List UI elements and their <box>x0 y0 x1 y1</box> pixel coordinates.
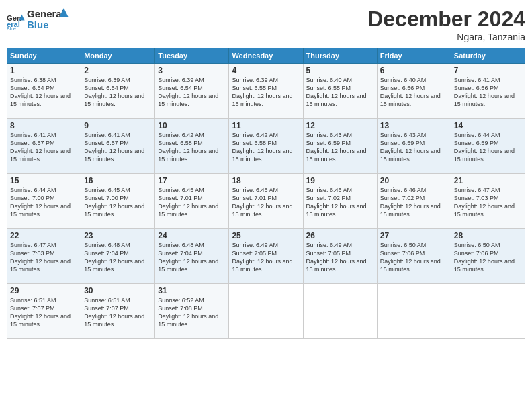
day-info: Sunrise: 6:50 AMSunset: 7:06 PMDaylight:… <box>380 241 448 274</box>
day-number: 7 <box>454 66 522 75</box>
calendar-cell <box>303 284 377 339</box>
day-info: Sunrise: 6:52 AMSunset: 7:08 PMDaylight:… <box>158 296 226 329</box>
day-number: 1 <box>10 66 78 75</box>
day-info: Sunrise: 6:47 AMSunset: 7:03 PMDaylight:… <box>10 241 78 274</box>
day-info: Sunrise: 6:44 AMSunset: 7:00 PMDaylight:… <box>10 186 78 219</box>
col-friday: Friday <box>377 48 451 64</box>
day-number: 15 <box>10 176 78 185</box>
calendar-cell: 15Sunrise: 6:44 AMSunset: 7:00 PMDayligh… <box>7 174 81 229</box>
day-info: Sunrise: 6:41 AMSunset: 6:56 PMDaylight:… <box>454 76 522 109</box>
day-number: 13 <box>380 121 448 130</box>
col-wednesday: Wednesday <box>229 48 303 64</box>
calendar-cell: 28Sunrise: 6:50 AMSunset: 7:06 PMDayligh… <box>451 229 525 284</box>
main-title: December 2024 <box>367 7 525 32</box>
page-header: Gen eral Blue General Blue December 2024… <box>7 7 525 42</box>
day-number: 14 <box>454 121 522 130</box>
calendar-cell: 29Sunrise: 6:51 AMSunset: 7:07 PMDayligh… <box>7 284 81 339</box>
day-number: 12 <box>306 121 374 130</box>
svg-text:General: General <box>27 8 64 19</box>
day-number: 31 <box>158 286 226 295</box>
col-tuesday: Tuesday <box>155 48 229 64</box>
day-info: Sunrise: 6:49 AMSunset: 7:05 PMDaylight:… <box>306 241 374 274</box>
calendar-cell: 21Sunrise: 6:47 AMSunset: 7:03 PMDayligh… <box>451 174 525 229</box>
calendar-header-row: Sunday Monday Tuesday Wednesday Thursday… <box>7 48 525 64</box>
day-info: Sunrise: 6:38 AMSunset: 6:54 PMDaylight:… <box>10 76 78 109</box>
calendar-cell: 14Sunrise: 6:44 AMSunset: 6:59 PMDayligh… <box>451 119 525 174</box>
day-number: 3 <box>158 66 226 75</box>
calendar-cell: 31Sunrise: 6:52 AMSunset: 7:08 PMDayligh… <box>155 284 229 339</box>
title-area: December 2024 Ngara, Tanzania <box>367 7 525 42</box>
calendar-week-row: 15Sunrise: 6:44 AMSunset: 7:00 PMDayligh… <box>7 174 525 229</box>
calendar-cell: 26Sunrise: 6:49 AMSunset: 7:05 PMDayligh… <box>303 229 377 284</box>
col-monday: Monday <box>81 48 155 64</box>
calendar-cell: 5Sunrise: 6:40 AMSunset: 6:55 PMDaylight… <box>303 64 377 119</box>
day-number: 28 <box>454 231 522 240</box>
calendar-cell <box>451 284 525 339</box>
day-number: 4 <box>232 66 300 75</box>
day-info: Sunrise: 6:40 AMSunset: 6:55 PMDaylight:… <box>306 76 374 109</box>
calendar-cell: 22Sunrise: 6:47 AMSunset: 7:03 PMDayligh… <box>7 229 81 284</box>
calendar-cell <box>377 284 451 339</box>
logo-icon: Gen eral Blue <box>7 12 26 31</box>
day-info: Sunrise: 6:42 AMSunset: 6:58 PMDaylight:… <box>232 131 300 164</box>
day-info: Sunrise: 6:43 AMSunset: 6:59 PMDaylight:… <box>306 131 374 164</box>
day-info: Sunrise: 6:51 AMSunset: 7:07 PMDaylight:… <box>10 296 78 329</box>
day-number: 16 <box>84 176 152 185</box>
logo-general: General Blue <box>27 7 74 36</box>
day-info: Sunrise: 6:45 AMSunset: 7:01 PMDaylight:… <box>158 186 226 219</box>
day-info: Sunrise: 6:46 AMSunset: 7:02 PMDaylight:… <box>306 186 374 219</box>
calendar-cell: 6Sunrise: 6:40 AMSunset: 6:56 PMDaylight… <box>377 64 451 119</box>
calendar-week-row: 29Sunrise: 6:51 AMSunset: 7:07 PMDayligh… <box>7 284 525 339</box>
day-number: 10 <box>158 121 226 130</box>
calendar-cell: 25Sunrise: 6:49 AMSunset: 7:05 PMDayligh… <box>229 229 303 284</box>
calendar-cell: 24Sunrise: 6:48 AMSunset: 7:04 PMDayligh… <box>155 229 229 284</box>
day-number: 25 <box>232 231 300 240</box>
day-info: Sunrise: 6:43 AMSunset: 6:59 PMDaylight:… <box>380 131 448 164</box>
day-number: 9 <box>84 121 152 130</box>
day-number: 30 <box>84 286 152 295</box>
day-number: 29 <box>10 286 78 295</box>
calendar-cell: 12Sunrise: 6:43 AMSunset: 6:59 PMDayligh… <box>303 119 377 174</box>
day-info: Sunrise: 6:39 AMSunset: 6:54 PMDaylight:… <box>84 76 152 109</box>
calendar-cell: 18Sunrise: 6:45 AMSunset: 7:01 PMDayligh… <box>229 174 303 229</box>
calendar-cell: 27Sunrise: 6:50 AMSunset: 7:06 PMDayligh… <box>377 229 451 284</box>
day-info: Sunrise: 6:45 AMSunset: 7:01 PMDaylight:… <box>232 186 300 219</box>
subtitle: Ngara, Tanzania <box>367 32 525 42</box>
day-info: Sunrise: 6:44 AMSunset: 6:59 PMDaylight:… <box>454 131 522 164</box>
calendar-week-row: 8Sunrise: 6:41 AMSunset: 6:57 PMDaylight… <box>7 119 525 174</box>
day-number: 5 <box>306 66 374 75</box>
day-number: 6 <box>380 66 448 75</box>
day-info: Sunrise: 6:39 AMSunset: 6:54 PMDaylight:… <box>158 76 226 109</box>
day-info: Sunrise: 6:42 AMSunset: 6:58 PMDaylight:… <box>158 131 226 164</box>
day-number: 8 <box>10 121 78 130</box>
logo: Gen eral Blue General Blue <box>7 7 74 36</box>
day-number: 24 <box>158 231 226 240</box>
calendar-cell: 4Sunrise: 6:39 AMSunset: 6:55 PMDaylight… <box>229 64 303 119</box>
col-saturday: Saturday <box>451 48 525 64</box>
calendar-cell: 13Sunrise: 6:43 AMSunset: 6:59 PMDayligh… <box>377 119 451 174</box>
calendar-cell: 3Sunrise: 6:39 AMSunset: 6:54 PMDaylight… <box>155 64 229 119</box>
day-number: 23 <box>84 231 152 240</box>
day-number: 11 <box>232 121 300 130</box>
calendar-cell: 1Sunrise: 6:38 AMSunset: 6:54 PMDaylight… <box>7 64 81 119</box>
day-number: 17 <box>158 176 226 185</box>
day-info: Sunrise: 6:39 AMSunset: 6:55 PMDaylight:… <box>232 76 300 109</box>
day-info: Sunrise: 6:49 AMSunset: 7:05 PMDaylight:… <box>232 241 300 274</box>
day-info: Sunrise: 6:40 AMSunset: 6:56 PMDaylight:… <box>380 76 448 109</box>
col-sunday: Sunday <box>7 48 81 64</box>
calendar-cell: 2Sunrise: 6:39 AMSunset: 6:54 PMDaylight… <box>81 64 155 119</box>
day-number: 22 <box>10 231 78 240</box>
day-info: Sunrise: 6:48 AMSunset: 7:04 PMDaylight:… <box>158 241 226 274</box>
svg-text:Blue: Blue <box>27 19 49 30</box>
calendar-cell: 19Sunrise: 6:46 AMSunset: 7:02 PMDayligh… <box>303 174 377 229</box>
day-info: Sunrise: 6:48 AMSunset: 7:04 PMDaylight:… <box>84 241 152 274</box>
calendar-cell: 20Sunrise: 6:46 AMSunset: 7:02 PMDayligh… <box>377 174 451 229</box>
day-info: Sunrise: 6:51 AMSunset: 7:07 PMDaylight:… <box>84 296 152 329</box>
day-number: 27 <box>380 231 448 240</box>
day-info: Sunrise: 6:50 AMSunset: 7:06 PMDaylight:… <box>454 241 522 274</box>
day-info: Sunrise: 6:45 AMSunset: 7:00 PMDaylight:… <box>84 186 152 219</box>
day-number: 20 <box>380 176 448 185</box>
day-number: 2 <box>84 66 152 75</box>
calendar-cell: 9Sunrise: 6:41 AMSunset: 6:57 PMDaylight… <box>81 119 155 174</box>
calendar-week-row: 1Sunrise: 6:38 AMSunset: 6:54 PMDaylight… <box>7 64 525 119</box>
